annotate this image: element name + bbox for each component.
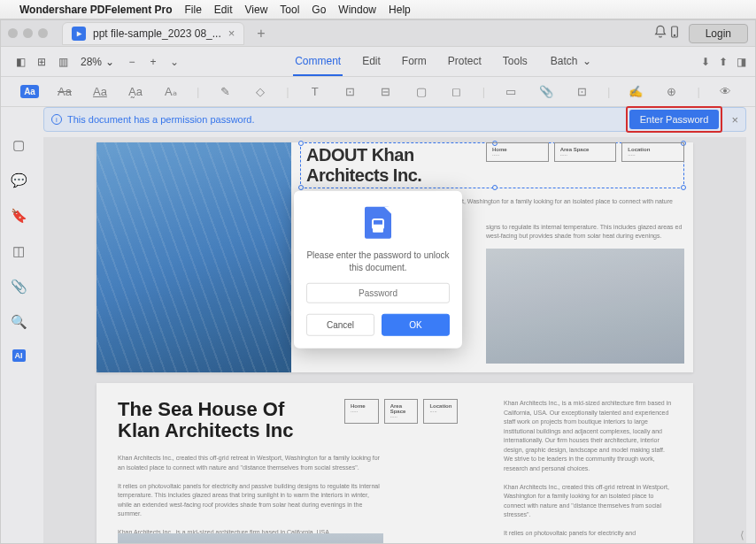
password-input[interactable] <box>306 282 450 303</box>
underline-icon[interactable]: Aa <box>90 82 110 102</box>
cloud-download-icon[interactable]: ⬇ <box>701 56 710 68</box>
menu-edit[interactable]: Edit <box>214 4 233 16</box>
caret-icon[interactable]: Aₐ <box>161 82 181 102</box>
login-button[interactable]: Login <box>689 24 748 43</box>
chevron-down-icon: ⌄ <box>105 56 114 68</box>
sidebar-toggle-icon[interactable]: ◧ <box>12 53 29 71</box>
permission-notification: i This document has a permission passwor… <box>43 107 746 132</box>
tab-tools[interactable]: Tools <box>501 48 529 76</box>
tab-batch[interactable]: Batch ⌄ <box>547 48 593 76</box>
pages-icon[interactable]: ▥ <box>54 53 72 71</box>
minimize-window-icon[interactable] <box>23 28 33 38</box>
search-icon[interactable]: 🔍 <box>11 314 27 330</box>
password-dialog: Please enter the password to unlock this… <box>294 190 462 348</box>
svg-point-1 <box>674 34 675 35</box>
info-box: Area Space····· <box>384 399 419 424</box>
close-notification-icon[interactable]: × <box>731 113 738 126</box>
zoom-in-icon[interactable]: + <box>144 53 162 71</box>
main-toolbar: ◧ ⊞ ▥ 28%⌄ − + ⌄ Comment Edit Form Prote… <box>1 47 755 77</box>
pencil-icon[interactable]: ✎ <box>215 82 235 102</box>
close-tab-icon[interactable]: × <box>228 27 235 40</box>
hide-icon[interactable]: 👁 <box>716 82 736 102</box>
highlight-callout: Enter Password <box>626 106 723 133</box>
bookmark-icon[interactable]: 🔖 <box>11 208 27 224</box>
macos-menubar: Wondershare PDFelement Pro File Edit Vie… <box>0 0 756 19</box>
building-image-3 <box>118 533 383 543</box>
body-text: Khan Architects Inc., created this off-g… <box>118 454 383 538</box>
tab-edit[interactable]: Edit <box>360 48 382 76</box>
layers-icon[interactable]: ◫ <box>12 243 25 259</box>
attachment-icon[interactable]: 📎 <box>536 82 556 102</box>
comment-toolbar: Aa Aa Aa A̰a Aₐ | ✎ ◇ | T ⊡ ⊟ ▢ ◻ | ▭ 📎 … <box>1 77 755 107</box>
thumbnails-icon[interactable]: ⊞ <box>33 53 50 71</box>
close-window-icon[interactable] <box>8 28 18 38</box>
info-box: Location····· <box>423 399 458 424</box>
bell-icon[interactable] <box>653 25 667 42</box>
scroll-corner-icon[interactable]: ⟨ <box>740 529 744 541</box>
note-icon[interactable]: ▢ <box>412 82 431 102</box>
text-tool-icon[interactable]: T <box>305 82 325 102</box>
share-icon[interactable]: ⬆ <box>719 56 728 68</box>
callout-icon[interactable]: ⊟ <box>376 82 396 102</box>
enter-password-button[interactable]: Enter Password <box>629 110 720 129</box>
signature-icon[interactable]: ✍ <box>626 82 645 102</box>
new-tab-button[interactable]: + <box>257 26 265 42</box>
info-box: Area Space····· <box>554 142 617 162</box>
maximize-window-icon[interactable] <box>38 28 48 38</box>
info-icon: i <box>51 114 62 125</box>
panel-icon[interactable]: ◨ <box>737 56 746 68</box>
ai-icon[interactable]: AI <box>12 349 26 362</box>
notification-text: This document has a permission password. <box>67 114 255 125</box>
info-box: Home····· <box>344 399 379 424</box>
stamp-icon[interactable]: ▭ <box>501 82 521 102</box>
menu-file[interactable]: File <box>185 4 202 16</box>
menu-help[interactable]: Help <box>389 4 411 16</box>
tab-bar: ▸ ppt file-sample_2023 08_... × + Login <box>1 20 755 47</box>
ok-button[interactable]: OK <box>382 313 450 335</box>
textbox-icon[interactable]: ⊡ <box>341 82 360 102</box>
app-window: ▸ ppt file-sample_2023 08_... × + Login … <box>0 19 756 544</box>
comment-panel-icon[interactable]: 💬 <box>11 172 27 188</box>
zoom-menu-icon[interactable]: ⌄ <box>166 53 183 71</box>
menu-go[interactable]: Go <box>312 4 326 16</box>
window-controls <box>8 28 48 38</box>
strikethrough-icon[interactable]: Aa <box>55 82 74 102</box>
menu-view[interactable]: View <box>245 4 268 16</box>
phone-icon[interactable] <box>667 25 682 42</box>
zoom-control[interactable]: 28%⌄ <box>81 56 114 68</box>
building-image <box>96 142 291 372</box>
measure-icon[interactable]: ⊡ <box>572 82 591 102</box>
left-sidebar: ▢ 💬 🔖 ◫ 📎 🔍 AI <box>1 107 36 543</box>
zoom-out-icon[interactable]: − <box>123 53 141 71</box>
stamp2-icon[interactable]: ⊕ <box>661 82 681 102</box>
attachment-panel-icon[interactable]: 📎 <box>11 279 27 295</box>
lock-document-icon <box>365 206 391 238</box>
tab-protect[interactable]: Protect <box>446 48 483 76</box>
dialog-message: Please enter the password to unlock this… <box>306 249 450 273</box>
document-tab[interactable]: ▸ ppt file-sample_2023 08_... × <box>62 22 244 45</box>
info-box: Home····· <box>486 142 549 162</box>
page-2: The Sea House OfKlan Architects Inc Home… <box>96 383 693 543</box>
tab-form[interactable]: Form <box>400 48 428 76</box>
menu-window[interactable]: Window <box>338 4 376 16</box>
menu-tool[interactable]: Tool <box>280 4 299 16</box>
info-box: Location····· <box>621 142 684 162</box>
shapes-icon[interactable]: ◻ <box>447 82 467 102</box>
thumbnail-icon[interactable]: ▢ <box>12 137 25 153</box>
eraser-icon[interactable]: ◇ <box>251 82 270 102</box>
building-image-2 <box>486 249 684 364</box>
tab-title: ppt file-sample_2023 08_... <box>93 27 221 40</box>
pdf-app-icon: ▸ <box>72 27 86 41</box>
app-name[interactable]: Wondershare PDFelement Pro <box>19 4 173 16</box>
tab-comment[interactable]: Comment <box>293 48 343 76</box>
cancel-button[interactable]: Cancel <box>306 313 374 335</box>
body-text-right: Khan Architects Inc., is a mid-sized arc… <box>504 399 675 539</box>
squiggly-icon[interactable]: A̰a <box>126 82 145 102</box>
highlight-tool-icon[interactable]: Aa <box>20 85 39 98</box>
